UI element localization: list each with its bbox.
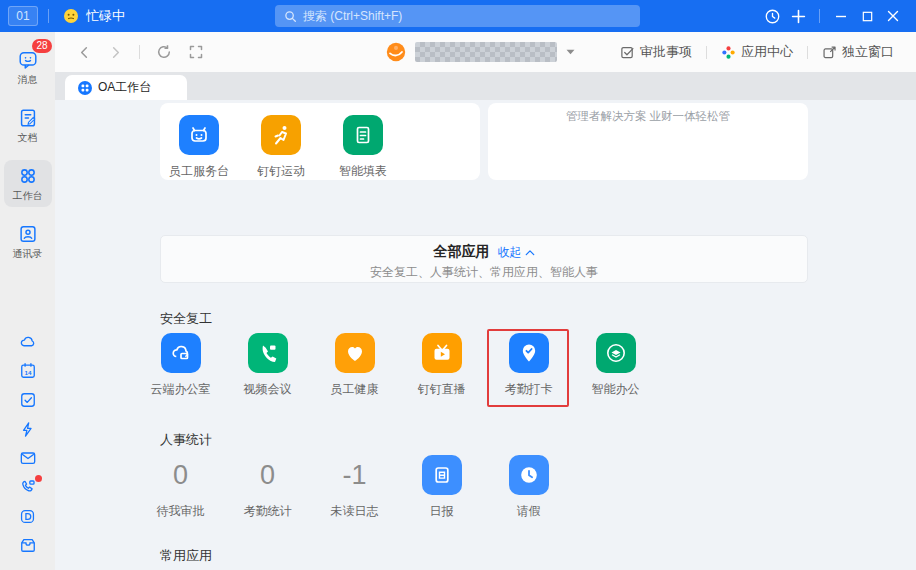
approval-check-icon (620, 45, 635, 60)
banner-text: 管理者解决方案 业财一体轻松管 (488, 103, 808, 124)
app-smart-form[interactable]: 智能填表 (322, 115, 404, 180)
sidebar-item-messages[interactable]: 28 消息 (4, 44, 52, 91)
app-center-icon (721, 45, 736, 60)
employee-service-desk-icon (179, 115, 219, 155)
phone-icon[interactable] (16, 477, 40, 497)
calendar-icon[interactable]: 14 (16, 361, 40, 381)
sidebar-item-label: 消息 (18, 73, 38, 87)
employee-health-icon (335, 333, 375, 373)
close-button[interactable] (880, 3, 906, 29)
app-dingtalk-live[interactable]: 钉钉直播 (398, 333, 485, 398)
approval-items-button[interactable]: 审批事项 (606, 43, 706, 61)
leave-request-icon (509, 455, 549, 495)
app-dingtalk-sports[interactable]: 钉钉运动 (240, 115, 322, 180)
sidebar-item-contacts[interactable]: 通讯录 (4, 218, 52, 265)
section-title-hr: 人事统计 (160, 431, 212, 449)
ding-drive-icon[interactable] (16, 506, 40, 526)
collapse-button[interactable]: 收起 (498, 244, 535, 261)
tab-label: OA工作台 (98, 79, 151, 96)
app-attendance-checkin[interactable]: 考勤打卡 (485, 333, 572, 398)
app-video-meeting[interactable]: 视频会议 (224, 333, 311, 398)
app-employee-health[interactable]: 员工健康 (311, 333, 398, 398)
divider (139, 45, 140, 59)
toolbar-actions: 审批事项 应用中心 (606, 32, 908, 72)
dingtalk-live-icon (422, 333, 462, 373)
stat-value: 0 (173, 455, 188, 495)
tab-oa-workbench[interactable]: OA工作台 (65, 75, 187, 100)
app-label: 智能填表 (339, 163, 387, 180)
app-employee-service-desk[interactable]: 员工服务台 (158, 115, 240, 180)
all-apps-card: 全部应用 收起 安全复工、人事统计、常用应用、智能人事 (160, 235, 808, 283)
sidebar-item-label: 工作台 (13, 189, 43, 203)
daily-report-icon (422, 455, 462, 495)
window-controls (759, 0, 906, 32)
smart-office-icon (596, 333, 636, 373)
popout-icon (822, 45, 837, 60)
storage-box-icon[interactable] (16, 535, 40, 555)
stat-label: 待我审批 (157, 503, 205, 520)
app-cloud-office[interactable]: 云端办公室 (137, 333, 224, 398)
app-label: 钉钉运动 (257, 163, 305, 180)
refresh-icon[interactable] (156, 44, 172, 60)
app-label: 智能办公 (592, 381, 640, 398)
divider (819, 9, 820, 23)
section-title-safety: 安全复工 (160, 310, 212, 328)
safety-apps-row: 云端办公室 视频会议 (137, 333, 659, 398)
minimize-button[interactable] (828, 3, 854, 29)
app-center-button[interactable]: 应用中心 (707, 43, 807, 61)
user-status-button[interactable]: 忙碌中 (63, 7, 125, 25)
stat-label: 未读日志 (331, 503, 379, 520)
new-window-plus-icon[interactable] (785, 3, 811, 29)
stat-value: 0 (260, 455, 275, 495)
all-apps-categories: 安全复工、人事统计、常用应用、智能人事 (161, 264, 807, 281)
busy-emoji-icon (63, 8, 79, 24)
sidebar-item-label: 文档 (18, 131, 38, 145)
stat-my-approvals[interactable]: 0 待我审批 (137, 455, 224, 520)
dingtalk-sports-icon (261, 115, 301, 155)
cloud-drive-icon[interactable] (16, 332, 40, 352)
search-input[interactable]: 搜索 (Ctrl+Shift+F) (275, 5, 640, 27)
calendar-day: 14 (24, 369, 31, 376)
banner-card[interactable]: 管理者解决方案 业财一体轻松管 (488, 103, 808, 180)
todo-icon[interactable] (16, 390, 40, 410)
sidebar: 28 消息 文档 (0, 32, 55, 570)
stat-attendance[interactable]: 0 考勤统计 (224, 455, 311, 520)
back-icon[interactable] (77, 45, 92, 60)
app-daily-report[interactable]: 日报 (398, 455, 485, 520)
maximize-button[interactable] (854, 3, 880, 29)
organization-name-redacted (415, 42, 557, 62)
stat-label: 考勤统计 (244, 503, 292, 520)
app-label: 考勤打卡 (505, 381, 553, 398)
search-icon (284, 10, 297, 23)
status-label: 忙碌中 (86, 7, 125, 25)
sidebar-item-workbench[interactable]: 工作台 (4, 160, 52, 207)
workbench-content: 员工服务台 钉钉运动 (55, 100, 916, 570)
mail-icon[interactable] (16, 448, 40, 468)
action-label: 独立窗口 (842, 43, 894, 61)
screenshot-icon[interactable] (188, 44, 204, 60)
chevron-down-icon (565, 48, 576, 56)
app-label: 员工健康 (331, 381, 379, 398)
section-title-common: 常用应用 (160, 547, 212, 565)
window-number-badge: 01 (8, 6, 38, 26)
history-icon[interactable] (759, 3, 785, 29)
cloud-office-icon (161, 333, 201, 373)
sidebar-item-docs[interactable]: 文档 (4, 102, 52, 149)
app-label: 云端办公室 (151, 381, 211, 398)
org-avatar (385, 41, 407, 63)
flash-icon[interactable] (16, 419, 40, 439)
popout-window-button[interactable]: 独立窗口 (808, 43, 908, 61)
action-label: 审批事项 (640, 43, 692, 61)
forward-icon[interactable] (108, 45, 123, 60)
attendance-checkin-icon (509, 333, 549, 373)
app-label: 员工服务台 (169, 163, 229, 180)
quick-apps-row: 员工服务台 钉钉运动 (158, 115, 404, 180)
stat-value: -1 (342, 455, 366, 495)
more-icon[interactable] (16, 564, 40, 570)
organization-switcher[interactable] (385, 41, 576, 63)
app-smart-office[interactable]: 智能办公 (572, 333, 659, 398)
sidebar-item-label: 通讯录 (13, 247, 43, 261)
app-leave-request[interactable]: 请假 (485, 455, 572, 520)
smart-form-icon (343, 115, 383, 155)
stat-unread-logs[interactable]: -1 未读日志 (311, 455, 398, 520)
